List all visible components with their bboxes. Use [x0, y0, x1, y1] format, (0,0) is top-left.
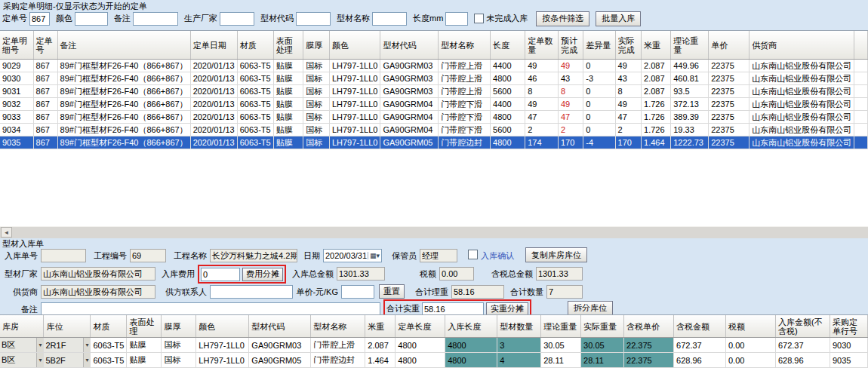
cell[interactable]: 8 [559, 85, 583, 98]
column-header[interactable]: 备注 [57, 31, 190, 60]
cell[interactable]: 4800 [396, 353, 445, 368]
length-filter-input[interactable] [445, 12, 468, 26]
cell[interactable] [854, 60, 868, 72]
cell[interactable]: 贴膜 [273, 111, 303, 124]
cell[interactable]: 贴膜 [273, 98, 303, 111]
column-header[interactable]: 型材名称 [439, 31, 491, 60]
cell[interactable]: 4400 [491, 98, 525, 111]
cell[interactable]: 672.37 [775, 338, 830, 353]
cell[interactable]: 山东南山铝业股份有限公司 [749, 98, 854, 111]
cell[interactable]: 山东南山铝业股份有限公司 [749, 60, 854, 72]
cell[interactable]: 6063-T5 [237, 60, 273, 72]
project-no-field[interactable]: 69 [130, 249, 166, 262]
horizontal-scrollbar[interactable]: ◂ [0, 226, 868, 238]
column-header[interactable]: 定单号 [33, 31, 57, 60]
chevron-down-icon[interactable]: ▾ [83, 338, 90, 352]
cell[interactable]: 9035 [0, 136, 33, 149]
cell[interactable]: LH797-1LL0 [329, 60, 380, 72]
actual-weight-split-button[interactable]: 实重分摊 [486, 302, 528, 316]
cell[interactable]: 4800 [445, 353, 497, 368]
cell[interactable]: 449.96 [671, 60, 709, 72]
filter-by-condition-button[interactable]: 按条件筛选 [536, 11, 589, 26]
cell[interactable]: 贴膜 [127, 338, 162, 353]
cell[interactable]: 6063-T5 [237, 85, 273, 98]
cell[interactable]: -3 [583, 72, 615, 85]
cell[interactable]: 43 [615, 72, 641, 85]
cell[interactable]: 47 [525, 111, 559, 124]
cell[interactable]: GA90GRM05 [380, 136, 439, 149]
cell[interactable]: 867 [33, 60, 57, 72]
cell[interactable]: 门带腔上滑 [439, 60, 491, 72]
cell[interactable]: 9030 [0, 72, 33, 85]
cell[interactable]: 867 [33, 72, 57, 85]
cell[interactable]: 0 [583, 85, 615, 98]
cell[interactable]: 30.05 [541, 338, 581, 353]
column-header[interactable]: 实际完成 [615, 31, 641, 60]
cell[interactable]: 0.00 [725, 353, 775, 368]
table-row[interactable]: 903386789#门框型材F26-F40（866+867）2020/01/13… [0, 111, 868, 124]
cell[interactable]: 4400 [491, 60, 525, 72]
cell[interactable]: 2020/01/13 [190, 136, 237, 149]
cell[interactable]: GA90GRM04 [380, 98, 439, 111]
cell[interactable]: 2020/01/13 [190, 111, 237, 124]
cell[interactable]: 372.13 [671, 98, 709, 111]
cell[interactable]: 2 [525, 124, 559, 136]
cell[interactable]: 0 [583, 124, 615, 136]
cell[interactable]: 山东南山铝业股份有限公司 [749, 111, 854, 124]
cell[interactable]: 89#门框型材F26-F40（866+867） [57, 60, 190, 72]
cell[interactable]: 22375 [709, 98, 749, 111]
cell[interactable]: 22375 [709, 111, 749, 124]
cell[interactable]: GA90GRM03 [380, 60, 439, 72]
column-header[interactable]: 采购定单行号 [830, 315, 867, 338]
column-header[interactable]: 入库金额(不含税) [775, 315, 830, 338]
column-header[interactable]: 含税单价 [624, 315, 674, 338]
cell[interactable]: 49 [559, 60, 583, 72]
cell[interactable]: 28.11 [581, 353, 624, 368]
cell[interactable]: 389.39 [671, 111, 709, 124]
cell[interactable]: 6063-T5 [237, 98, 273, 111]
cell[interactable]: 3 [497, 338, 541, 353]
cell[interactable]: 6063-T5 [237, 111, 273, 124]
cell[interactable]: 0 [583, 98, 615, 111]
total-actual-weight-field[interactable]: 58.16 [422, 302, 484, 316]
cell[interactable]: 1222.73 [671, 136, 709, 149]
cell[interactable]: 贴膜 [273, 136, 303, 149]
cell[interactable]: 4800 [491, 72, 525, 85]
cell[interactable]: 5B2F▾ [44, 353, 91, 368]
cell[interactable]: 170 [615, 136, 641, 149]
cell[interactable]: 门带腔边封 [439, 136, 491, 149]
cell[interactable]: 5600 [491, 85, 525, 98]
cell[interactable]: 867 [33, 136, 57, 149]
cell[interactable]: 门带腔边封 [311, 353, 365, 368]
unit-price-field[interactable] [341, 285, 374, 299]
cell[interactable]: 8 [525, 85, 559, 98]
cell[interactable]: 贴膜 [273, 124, 303, 136]
cell[interactable]: 93.5 [671, 85, 709, 98]
cell[interactable]: B区▾ [0, 353, 44, 368]
cell[interactable]: 43 [559, 72, 583, 85]
cell[interactable]: 贴膜 [273, 85, 303, 98]
cell[interactable]: 22375 [709, 72, 749, 85]
table-row[interactable]: B区▾2R1F▾6063-T5贴膜国标LH797-1LL0GA90GRM03门带… [0, 338, 868, 353]
cell[interactable]: 867 [33, 111, 57, 124]
total-theory-weight-field[interactable]: 58.16 [451, 285, 504, 299]
supplier-contact-field[interactable] [210, 285, 293, 299]
cell[interactable]: 49 [525, 98, 559, 111]
cell[interactable]: 1.726 [642, 98, 671, 111]
column-header[interactable]: 颜色 [196, 315, 249, 338]
cell[interactable]: 2.087 [642, 72, 671, 85]
column-header[interactable]: 理论重量 [541, 315, 581, 338]
cell[interactable]: -4 [583, 136, 615, 149]
cell[interactable]: GA90GRM03 [380, 85, 439, 98]
scroll-left-icon[interactable]: ◂ [1, 227, 12, 238]
cell[interactable]: GA90GRM04 [380, 124, 439, 136]
cell[interactable]: 2.087 [642, 85, 671, 98]
cell[interactable]: 89#门框型材F26-F40（866+867） [57, 111, 190, 124]
table-row[interactable]: 903086789#门框型材F26-F40（866+867）2020/01/13… [0, 72, 868, 85]
cell[interactable] [854, 136, 868, 149]
date-field[interactable]: 2020/03/31 ▦▾ [323, 249, 382, 262]
column-header[interactable]: 入库长度 [445, 315, 497, 338]
column-header[interactable]: 表面处理 [273, 31, 303, 60]
cell[interactable]: LH797-1LL0 [329, 136, 380, 149]
cell[interactable]: GA90GRM03 [380, 72, 439, 85]
